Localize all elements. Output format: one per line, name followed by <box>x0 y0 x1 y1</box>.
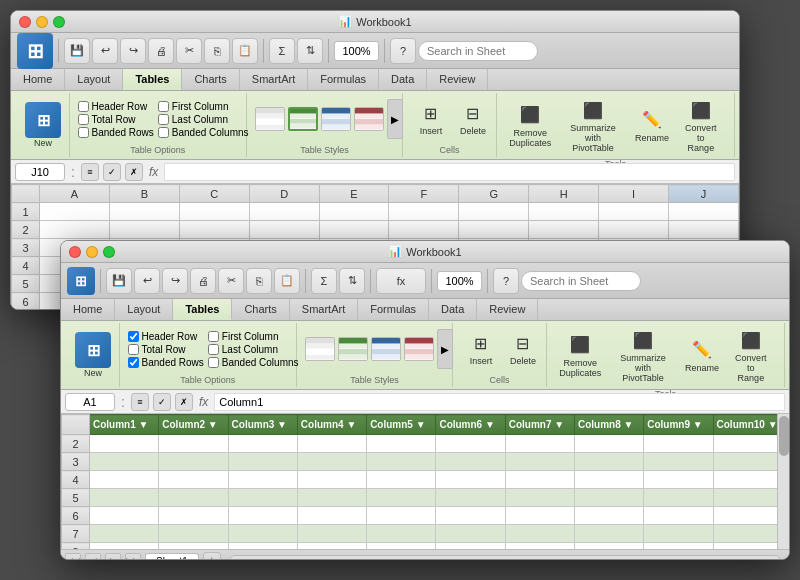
minimize-button-1[interactable] <box>36 16 48 28</box>
cell-I1-1[interactable] <box>599 203 669 221</box>
banded-rows-check-1[interactable] <box>78 127 89 138</box>
last-col-check-1[interactable] <box>158 114 169 125</box>
sheet-nav-last[interactable]: ▶▶ <box>125 553 141 561</box>
sheet-nav-first[interactable]: ◀◀ <box>65 553 81 561</box>
new-icon-2[interactable]: ⊞ <box>67 267 95 295</box>
cell-F1-1[interactable] <box>389 203 459 221</box>
cell-C1-1[interactable] <box>179 203 249 221</box>
sheet-nav-next[interactable]: ▶ <box>105 553 121 561</box>
formula-expand-1[interactable]: ≡ <box>81 163 99 181</box>
cut-button-1[interactable]: ✂ <box>176 38 202 64</box>
traffic-lights-2[interactable] <box>69 246 115 258</box>
banded-cols-check-1[interactable] <box>158 127 169 138</box>
convert-btn-2[interactable]: ⬛ Convert toRange <box>726 325 776 387</box>
sheet-tab-1[interactable]: Sheet1 <box>145 553 199 561</box>
cell-D1-1[interactable] <box>249 203 319 221</box>
banded-rows-check-2[interactable] <box>128 357 139 368</box>
first-col-option-2[interactable]: First Column <box>208 331 299 342</box>
row-header-6[interactable]: 6 <box>12 293 40 311</box>
convert-btn-1[interactable]: ⬛ Convert toRange <box>676 95 726 157</box>
close-button-2[interactable] <box>69 246 81 258</box>
row-header-2[interactable]: 3 <box>62 453 90 471</box>
col-header-F-1[interactable]: F <box>389 185 459 203</box>
col-header-I-1[interactable]: I <box>599 185 669 203</box>
cell-ref-2[interactable] <box>65 393 115 411</box>
row-header-5[interactable]: 5 <box>12 275 40 293</box>
add-sheet-button[interactable]: + <box>203 552 221 561</box>
style-swatch-red-2[interactable] <box>404 337 434 361</box>
banded-cols-check-2[interactable] <box>208 357 219 368</box>
col-header-col2[interactable]: Column2 ▼ <box>159 415 228 435</box>
tab-smartart-2[interactable]: SmartArt <box>290 299 358 320</box>
tab-charts-2[interactable]: Charts <box>232 299 289 320</box>
header-row-option-2[interactable]: Header Row <box>128 331 204 342</box>
insert-btn-1[interactable]: ⊞ Insert <box>411 98 451 140</box>
sum-button-2[interactable]: Σ <box>311 268 337 294</box>
remove-dup-btn-1[interactable]: ⬛ RemoveDuplicates <box>505 100 556 152</box>
search-input-1[interactable] <box>418 41 538 61</box>
total-row-check-1[interactable] <box>78 114 89 125</box>
row-header-4[interactable]: 5 <box>62 489 90 507</box>
cell-B1-1[interactable] <box>109 203 179 221</box>
new-icon-1[interactable]: ⊞ <box>17 33 53 69</box>
tab-home-2[interactable]: Home <box>61 299 115 320</box>
help-button-1[interactable]: ? <box>390 38 416 64</box>
cell-H1-1[interactable] <box>529 203 599 221</box>
row-header-5[interactable]: 6 <box>62 507 90 525</box>
formula-expand-2[interactable]: ≡ <box>131 393 149 411</box>
new-icon-ribbon-2[interactable]: ⊞ <box>75 332 111 368</box>
help-button-2[interactable]: ? <box>493 268 519 294</box>
tab-tables-2[interactable]: Tables <box>173 299 232 320</box>
delete-btn-1[interactable]: ⊟ Delete <box>453 98 493 140</box>
style-swatch-green-2[interactable] <box>338 337 368 361</box>
sum-button-1[interactable]: Σ <box>269 38 295 64</box>
last-col-option-1[interactable]: Last Column <box>158 114 249 125</box>
col-header-G-1[interactable]: G <box>459 185 529 203</box>
last-col-check-2[interactable] <box>208 344 219 355</box>
total-row-check-2[interactable] <box>128 344 139 355</box>
first-col-check-2[interactable] <box>208 331 219 342</box>
row-header-1[interactable]: 1 <box>12 203 40 221</box>
new-icon-ribbon-1[interactable]: ⊞ <box>25 102 61 138</box>
style-swatch-blue-1[interactable] <box>321 107 351 131</box>
cell-G1-1[interactable] <box>459 203 529 221</box>
new-button-1[interactable]: ⊞ New <box>23 102 63 148</box>
col-header-J-1[interactable]: J <box>669 185 739 203</box>
sort-button-1[interactable]: ⇅ <box>297 38 323 64</box>
scrollbar-v-2[interactable] <box>777 414 789 549</box>
style-swatch-green-1[interactable] <box>288 107 318 131</box>
col-header-C-1[interactable]: C <box>179 185 249 203</box>
tab-home-1[interactable]: Home <box>11 69 65 90</box>
tab-data-2[interactable]: Data <box>429 299 477 320</box>
total-row-option-2[interactable]: Total Row <box>128 344 204 355</box>
zoom-field-1[interactable]: 100% <box>334 41 379 61</box>
formula-x-2[interactable]: ✗ <box>175 393 193 411</box>
formula-check-1[interactable]: ✓ <box>103 163 121 181</box>
copy-button-2[interactable]: ⎘ <box>246 268 272 294</box>
formula-x-1[interactable]: ✗ <box>125 163 143 181</box>
col-header-A-1[interactable]: A <box>40 185 110 203</box>
sheet-nav-prev[interactable]: ◀ <box>85 553 101 561</box>
total-row-option-1[interactable]: Total Row <box>78 114 154 125</box>
paste-button-2[interactable]: 📋 <box>274 268 300 294</box>
tab-review-2[interactable]: Review <box>477 299 538 320</box>
col-header-col7[interactable]: Column7 ▼ <box>505 415 574 435</box>
copy-button-1[interactable]: ⎘ <box>204 38 230 64</box>
maximize-button-1[interactable] <box>53 16 65 28</box>
style-swatch-none-2[interactable] <box>305 337 335 361</box>
formula-btn-2[interactable]: fx <box>376 268 426 294</box>
sort-button-2[interactable]: ⇅ <box>339 268 365 294</box>
col-header-col3[interactable]: Column3 ▼ <box>228 415 297 435</box>
styles-scroll-btn-1[interactable]: ▶ <box>387 99 403 139</box>
remove-dup-btn-2[interactable]: ⬛ RemoveDuplicates <box>555 330 606 382</box>
summarize-btn-2[interactable]: ⬛ Summarize withPivotTable <box>608 325 679 387</box>
col-header-col5[interactable]: Column5 ▼ <box>367 415 436 435</box>
close-button-1[interactable] <box>19 16 31 28</box>
row-header-3[interactable]: 4 <box>62 471 90 489</box>
col-header-col8[interactable]: Column8 ▼ <box>574 415 643 435</box>
save-button-2[interactable]: 💾 <box>106 268 132 294</box>
print-button-2[interactable]: 🖨 <box>190 268 216 294</box>
rename-btn-1[interactable]: ✏️ Rename <box>630 105 673 147</box>
horizontal-scrollbar[interactable] <box>229 555 781 561</box>
col-header-col4[interactable]: Column4 ▼ <box>297 415 366 435</box>
